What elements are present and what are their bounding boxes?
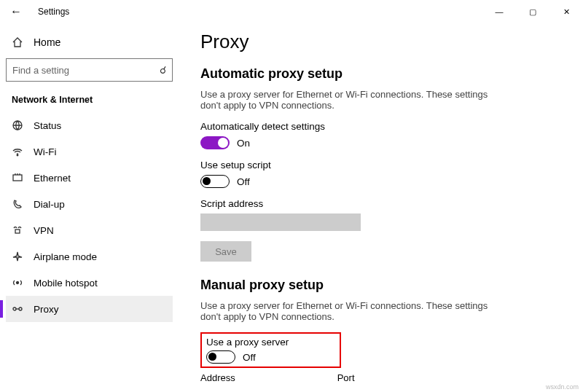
- address-label: Address: [200, 372, 235, 383]
- sidebar-item-label: Mobile hotspot: [34, 278, 98, 289]
- sidebar-item-dialup[interactable]: Dial-up: [6, 191, 173, 217]
- script-address-input[interactable]: [200, 213, 361, 231]
- back-arrow-icon[interactable]: ←: [6, 4, 26, 20]
- hotspot-icon: [12, 277, 23, 289]
- auto-heading: Automatic proxy setup: [200, 66, 561, 82]
- watermark: wsxdn.com: [546, 383, 579, 391]
- svg-point-5: [13, 307, 16, 310]
- script-state: Off: [237, 176, 250, 187]
- proxy-icon: [12, 303, 23, 315]
- ethernet-icon: [12, 172, 23, 184]
- sidebar-item-status[interactable]: Status: [6, 112, 173, 138]
- sidebar-item-label: Ethernet: [34, 173, 71, 184]
- sidebar-item-label: Status: [34, 120, 61, 131]
- search-placeholder: Find a setting: [12, 65, 160, 76]
- svg-rect-2: [13, 175, 22, 181]
- sidebar-item-wifi[interactable]: Wi-Fi: [6, 138, 173, 165]
- sidebar-item-label: Wi-Fi: [34, 146, 56, 157]
- sidebar-item-vpn[interactable]: VPN: [6, 217, 173, 243]
- vpn-icon: [12, 224, 23, 236]
- dialup-icon: [12, 198, 23, 210]
- script-toggle[interactable]: [200, 175, 230, 188]
- section-label: Network & Internet: [6, 92, 173, 112]
- manual-heading: Manual proxy setup: [200, 278, 561, 293]
- sidebar-item-label: Proxy: [34, 304, 59, 315]
- highlighted-region: Use a proxy server Off: [200, 332, 341, 368]
- wifi-icon: [12, 146, 23, 157]
- titlebar: ← Settings ― ▢ ✕: [0, 0, 583, 23]
- manual-desc: Use a proxy server for Ethernet or Wi-Fi…: [200, 300, 506, 322]
- script-address-label: Script address: [200, 198, 561, 209]
- use-proxy-toggle[interactable]: [206, 350, 235, 364]
- home-link[interactable]: Home: [6, 31, 173, 54]
- sidebar-item-proxy[interactable]: Proxy: [6, 296, 173, 322]
- svg-point-4: [17, 282, 19, 284]
- search-icon: ☌: [160, 64, 166, 76]
- page-title: Proxy: [200, 31, 561, 53]
- sidebar-item-label: Dial-up: [34, 199, 65, 210]
- content-pane: Proxy Automatic proxy setup Use a proxy …: [179, 23, 583, 392]
- svg-point-1: [17, 154, 18, 156]
- sidebar-item-airplane[interactable]: Airplane mode: [6, 243, 173, 270]
- save-button[interactable]: Save: [200, 241, 251, 262]
- svg-point-6: [19, 307, 22, 310]
- airplane-icon: [12, 251, 23, 262]
- globe-icon: [12, 119, 23, 131]
- sidebar-item-label: VPN: [34, 225, 54, 236]
- sidebar-item-hotspot[interactable]: Mobile hotspot: [6, 270, 173, 296]
- port-label: Port: [337, 372, 355, 383]
- search-input[interactable]: Find a setting ☌: [6, 58, 173, 82]
- use-proxy-state: Off: [243, 352, 256, 363]
- maximize-button[interactable]: ▢: [516, 0, 549, 23]
- home-icon: [12, 36, 23, 48]
- close-button[interactable]: ✕: [549, 0, 583, 23]
- detect-toggle[interactable]: [200, 136, 230, 149]
- sidebar-item-label: Airplane mode: [34, 251, 97, 262]
- auto-desc: Use a proxy server for Ethernet or Wi-Fi…: [200, 89, 506, 111]
- window-title: Settings: [38, 7, 69, 17]
- sidebar-item-ethernet[interactable]: Ethernet: [6, 165, 173, 191]
- sidebar: Home Find a setting ☌ Network & Internet…: [0, 23, 179, 392]
- home-label: Home: [34, 36, 60, 48]
- script-label: Use setup script: [200, 160, 561, 170]
- detect-state: On: [237, 138, 250, 149]
- minimize-button[interactable]: ―: [482, 0, 516, 23]
- svg-rect-3: [15, 230, 20, 233]
- use-proxy-label: Use a proxy server: [206, 337, 289, 348]
- detect-label: Automatically detect settings: [200, 121, 561, 132]
- window-controls: ― ▢ ✕: [482, 0, 583, 23]
